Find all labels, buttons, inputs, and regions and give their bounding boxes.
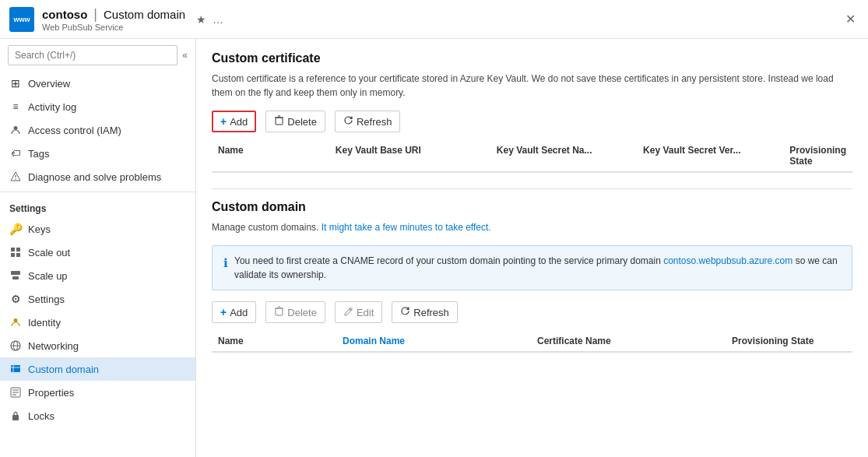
star-icon[interactable]: ★ — [196, 13, 206, 26]
domain-refresh-button[interactable]: Refresh — [392, 301, 458, 323]
sidebar-label-custom-domain: Custom domain — [28, 364, 99, 375]
domain-col-name: Name — [212, 336, 336, 346]
keys-icon: 🔑 — [9, 223, 22, 235]
settings-icon: ⚙ — [9, 293, 22, 305]
page-title: Custom domain — [104, 8, 185, 21]
sidebar-item-locks[interactable]: Locks — [0, 404, 195, 427]
delete-icon — [274, 115, 284, 128]
more-icon[interactable]: … — [213, 13, 223, 26]
top-bar: www contoso | Custom domain Web PubSub S… — [0, 0, 868, 39]
cert-refresh-label: Refresh — [357, 116, 392, 128]
domain-delete-button[interactable]: Delete — [265, 301, 325, 323]
collapse-icon[interactable]: « — [182, 50, 188, 61]
service-type: Web PubSub Service — [42, 23, 185, 32]
svg-point-2 — [15, 178, 16, 180]
refresh-icon — [343, 115, 353, 128]
sidebar-item-scale-out[interactable]: Scale out — [0, 241, 195, 264]
domain-info-box: ℹ You need to first create a CNAME recor… — [212, 245, 852, 290]
sidebar-item-networking[interactable]: Networking — [0, 334, 195, 357]
main-layout: « ⊞ Overview ≡ Activity log Access contr… — [0, 39, 868, 457]
svg-rect-7 — [11, 271, 20, 275]
sidebar-item-properties[interactable]: Properties — [0, 381, 195, 404]
close-button[interactable]: ✕ — [842, 9, 859, 30]
domain-section-title: Custom domain — [212, 200, 852, 214]
svg-rect-6 — [16, 253, 20, 257]
sidebar-label-overview: Overview — [28, 78, 70, 90]
tags-icon: 🏷 — [9, 147, 22, 160]
cert-table-header: Name Key Vault Base URI Key Vault Secret… — [212, 140, 852, 173]
diagnose-icon — [9, 170, 22, 183]
sidebar-item-settings[interactable]: ⚙ Settings — [0, 287, 195, 311]
activity-log-icon: ≡ — [9, 100, 22, 113]
domain-delete-label: Delete — [287, 307, 317, 318]
sidebar-item-diagnose[interactable]: Diagnose and solve problems — [0, 165, 195, 188]
sidebar-item-overview[interactable]: ⊞ Overview — [0, 72, 195, 95]
sidebar: « ⊞ Overview ≡ Activity log Access contr… — [0, 39, 196, 457]
sidebar-search-wrap: « — [0, 39, 195, 72]
svg-rect-5 — [11, 253, 15, 257]
overview-icon: ⊞ — [9, 77, 22, 90]
svg-rect-21 — [276, 118, 283, 125]
logo-text: www — [13, 16, 30, 23]
sidebar-label-scale-up: Scale up — [28, 270, 68, 282]
domain-edit-label: Edit — [357, 307, 374, 318]
cert-section-title: Custom certificate — [212, 51, 852, 65]
domain-col-domain-name: Domain Name — [336, 336, 531, 346]
cert-toolbar: + Add Delete Refresh — [212, 111, 852, 132]
domain-table-header: Name Domain Name Certificate Name Provis… — [212, 331, 852, 353]
scale-up-icon — [9, 269, 22, 282]
cert-add-button[interactable]: + Add — [212, 111, 256, 132]
sidebar-item-activity-log[interactable]: ≡ Activity log — [0, 95, 195, 118]
svg-rect-24 — [276, 308, 283, 315]
domain-section-desc: Manage custom domains. It might take a f… — [212, 220, 852, 234]
domain-add-label: Add — [230, 307, 248, 318]
svg-rect-20 — [12, 415, 19, 420]
info-domain-link[interactable]: contoso.webpubsub.azure.com — [663, 255, 792, 266]
search-input[interactable] — [8, 45, 177, 65]
svg-point-0 — [14, 126, 18, 130]
sidebar-label-access-control: Access control (IAM) — [28, 125, 121, 136]
sidebar-item-custom-domain[interactable]: Custom domain — [0, 357, 195, 381]
domain-edit-icon — [343, 306, 353, 318]
sidebar-item-tags[interactable]: 🏷 Tags — [0, 142, 195, 165]
cert-col-name: Name — [212, 145, 329, 167]
svg-point-9 — [14, 318, 18, 322]
sidebar-item-access-control[interactable]: Access control (IAM) — [0, 118, 195, 142]
svg-rect-8 — [12, 276, 19, 279]
scale-out-icon — [9, 246, 22, 258]
sidebar-label-identity: Identity — [28, 317, 61, 329]
locks-icon — [9, 410, 22, 422]
sidebar-label-scale-out: Scale out — [28, 247, 70, 258]
cert-section-desc: Custom certificate is a reference to you… — [212, 72, 852, 100]
identity-icon — [9, 316, 22, 329]
domain-delete-icon — [274, 306, 284, 318]
domain-refresh-icon — [400, 306, 410, 318]
settings-section-label: Settings — [0, 195, 195, 217]
domain-toolbar: + Add Delete Edit — [212, 301, 852, 323]
cert-delete-button[interactable]: Delete — [265, 111, 325, 132]
title-separator: | — [93, 6, 97, 23]
sidebar-item-scale-up[interactable]: Scale up — [0, 264, 195, 287]
domain-edit-button[interactable]: Edit — [335, 301, 382, 323]
domain-refresh-label: Refresh — [413, 307, 449, 318]
sidebar-label-activity-log: Activity log — [28, 101, 76, 113]
section-divider — [212, 188, 852, 189]
sidebar-item-identity[interactable]: Identity — [0, 311, 195, 334]
cert-section: Custom certificate Custom certificate is… — [212, 51, 852, 173]
app-logo: www — [9, 7, 34, 32]
cert-col-kv-secret-ver: Key Vault Secret Ver... — [637, 145, 783, 167]
cert-col-kv-secret-name: Key Vault Secret Na... — [490, 145, 637, 167]
access-control-icon — [9, 124, 22, 136]
domain-add-button[interactable]: + Add — [212, 301, 256, 323]
properties-icon — [9, 386, 22, 399]
domain-col-cert-name: Certificate Name — [531, 336, 726, 346]
sidebar-item-keys[interactable]: 🔑 Keys — [0, 217, 195, 241]
cert-delete-label: Delete — [287, 116, 317, 128]
sidebar-label-tags: Tags — [28, 148, 49, 160]
sidebar-label-keys: Keys — [28, 223, 51, 235]
domain-add-plus-icon: + — [220, 306, 227, 318]
info-icon: ℹ — [223, 255, 228, 272]
content-area: Custom certificate Custom certificate is… — [196, 39, 868, 457]
cert-refresh-button[interactable]: Refresh — [335, 111, 401, 132]
cert-col-prov-state: Provisioning State — [783, 145, 852, 167]
